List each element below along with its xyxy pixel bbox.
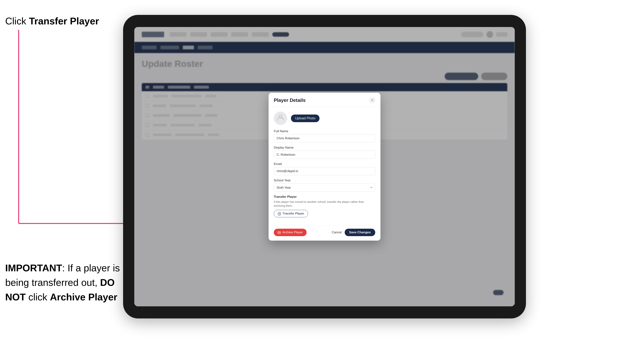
player-details-modal: Player Details × xyxy=(268,93,380,241)
cancel-button[interactable]: Cancel xyxy=(332,231,342,234)
top-instruction: Click Transfer Player xyxy=(5,15,99,27)
transfer-icon xyxy=(278,212,281,215)
modal-header: Player Details × xyxy=(268,93,380,107)
avatar-placeholder xyxy=(274,112,287,125)
transfer-section: Transfer Player If this player has moved… xyxy=(274,195,375,217)
upload-photo-button[interactable]: Upload Photo xyxy=(291,115,320,122)
email-label: Email xyxy=(274,162,375,166)
instruction-text2: click xyxy=(26,292,50,302)
archive-icon xyxy=(278,231,281,234)
school-year-group: School Year First Year Second Year Third… xyxy=(274,178,375,192)
transfer-btn-label: Transfer Player xyxy=(282,212,304,215)
save-changes-button[interactable]: Save Changes xyxy=(345,229,375,236)
archive-player-button[interactable]: Archive Player xyxy=(274,229,306,236)
tablet-screen: Update Roster xyxy=(134,27,515,306)
svg-rect-5 xyxy=(278,232,280,234)
modal-title: Player Details xyxy=(274,97,306,103)
school-year-select[interactable]: First Year Second Year Third Year Fourth… xyxy=(274,183,375,192)
transfer-player-button[interactable]: Transfer Player xyxy=(274,210,308,217)
email-group: Email xyxy=(274,162,375,175)
instruction-prefix: Click xyxy=(5,16,26,26)
avatar-section: Upload Photo xyxy=(274,112,375,125)
full-name-input[interactable] xyxy=(274,134,375,143)
person-icon xyxy=(277,114,284,123)
important-label: IMPORTANT xyxy=(5,263,62,273)
display-name-input[interactable] xyxy=(274,151,375,159)
footer-right: Cancel Save Changes xyxy=(332,229,375,236)
school-year-label: School Year xyxy=(274,178,375,182)
display-name-label: Display Name xyxy=(274,146,375,150)
instruction-highlight: Transfer Player xyxy=(29,16,99,26)
modal-footer: Archive Player Cancel Save Changes xyxy=(268,225,380,241)
bottom-instruction: IMPORTANT: If a player is being transfer… xyxy=(5,261,121,304)
app-background: Update Roster xyxy=(134,27,515,306)
archive-label: Archive Player xyxy=(50,292,117,302)
transfer-section-description: If this player has moved to another scho… xyxy=(274,200,375,208)
display-name-group: Display Name xyxy=(274,146,375,159)
email-input[interactable] xyxy=(274,167,375,175)
archive-btn-label: Archive Player xyxy=(282,231,303,234)
full-name-label: Full Name xyxy=(274,129,375,133)
modal-close-button[interactable]: × xyxy=(369,97,375,103)
transfer-section-title: Transfer Player xyxy=(274,195,375,199)
modal-overlay: Player Details × xyxy=(134,27,515,306)
modal-body: Upload Photo Full Name Display Name xyxy=(268,107,380,225)
full-name-group: Full Name xyxy=(274,129,375,143)
tablet-frame: Update Roster xyxy=(123,15,526,319)
